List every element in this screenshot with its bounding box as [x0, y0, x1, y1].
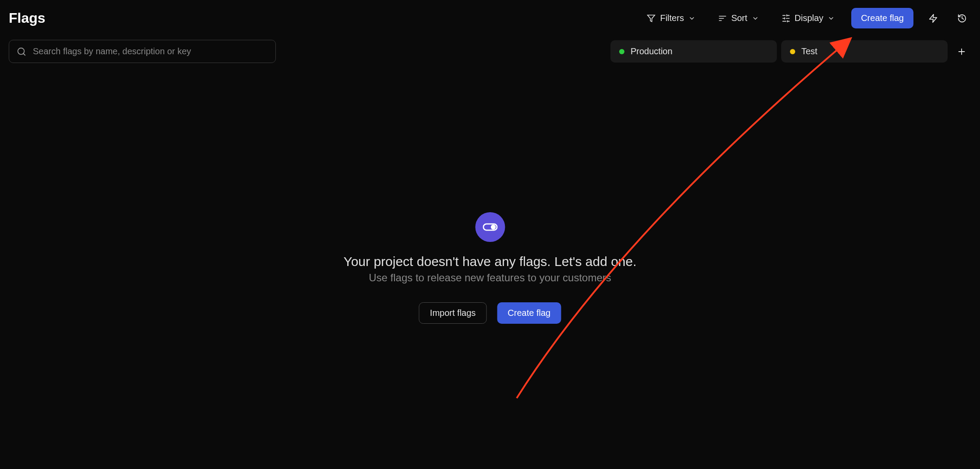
search-input[interactable] [9, 40, 276, 63]
chevron-down-icon [828, 15, 835, 22]
environment-pill-production[interactable]: Production [610, 40, 777, 63]
svg-marker-0 [648, 15, 655, 21]
toggle-icon [483, 220, 497, 234]
sort-button[interactable]: Sort [712, 9, 765, 28]
history-button[interactable] [953, 9, 971, 28]
empty-state: Your project doesn't have any flags. Let… [343, 212, 636, 324]
header-actions: Filters Sort Display Create flag [641, 8, 971, 28]
create-flag-button-empty[interactable]: Create flag [497, 302, 561, 324]
sort-icon [718, 14, 727, 23]
environment-pill-test[interactable]: Test [781, 40, 948, 63]
lightning-icon [928, 14, 938, 23]
sort-label: Sort [731, 13, 747, 23]
display-button[interactable]: Display [776, 9, 841, 28]
search-wrapper [9, 40, 276, 63]
create-flag-button[interactable]: Create flag [851, 8, 913, 28]
lightning-button[interactable] [924, 9, 942, 28]
chevron-down-icon [688, 15, 695, 22]
svg-point-19 [491, 225, 495, 229]
filters-button[interactable]: Filters [641, 9, 701, 28]
add-environment-button[interactable] [952, 42, 971, 61]
empty-state-icon-circle [475, 212, 505, 242]
filter-icon [647, 14, 656, 23]
environment-label: Test [801, 46, 818, 56]
empty-state-title: Your project doesn't have any flags. Let… [343, 254, 636, 269]
search-icon [17, 47, 26, 56]
environment-label: Production [631, 46, 673, 56]
history-icon [957, 14, 967, 23]
display-label: Display [795, 13, 824, 23]
empty-state-actions: Import flags Create flag [419, 302, 561, 324]
status-dot-green [619, 49, 624, 54]
page-title: Flags [9, 10, 46, 26]
chevron-down-icon [752, 15, 759, 22]
empty-state-subtitle: Use flags to release new features to you… [369, 272, 611, 284]
svg-marker-13 [930, 14, 937, 22]
plus-icon [957, 47, 966, 56]
svg-line-15 [23, 53, 25, 55]
sliders-icon [782, 14, 790, 23]
status-dot-yellow [790, 49, 795, 54]
filters-label: Filters [660, 13, 684, 23]
environment-pills: Production Test [610, 40, 971, 63]
import-flags-button[interactable]: Import flags [419, 302, 486, 324]
